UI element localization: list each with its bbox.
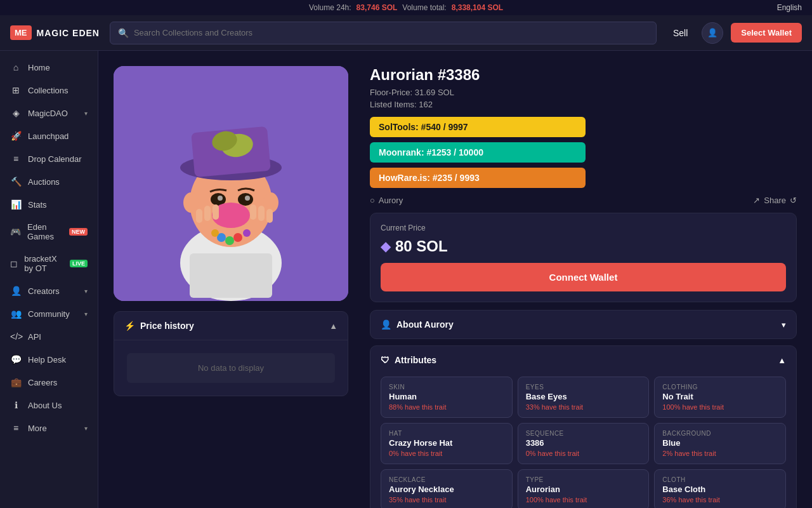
sidebar-item-label: Auctions	[28, 177, 60, 187]
price-section: Current Price ◆ 80 SOL Connect Wallet	[370, 213, 797, 302]
header: ME MAGIC EDEN 🔍 Sell 👤 Select Wallet	[0, 15, 812, 51]
svg-point-12	[218, 196, 223, 201]
howrare-badge: HowRare.is: #235 / 9993	[370, 168, 586, 188]
collection-actions: ○ Aurory ↗ Share ↺	[370, 196, 797, 205]
sidebar-item-drop-calendar[interactable]: ≡ Drop Calendar	[0, 147, 98, 170]
select-wallet-button[interactable]: Select Wallet	[731, 23, 802, 43]
stats-icon: 📊	[10, 199, 22, 210]
shield-icon: 🛡	[381, 355, 390, 365]
attributes-grid: SKIN Human 88% have this trait EYES Base…	[381, 377, 786, 508]
attr-card-sequence: SEQUENCE 3386 0% have this trait	[518, 423, 650, 464]
soltools-badge: SolTools: #540 / 9997	[370, 117, 586, 137]
svg-point-24	[211, 229, 219, 237]
sidebar-item-label: Creators	[28, 286, 60, 296]
share-button[interactable]: ↗ Share ↺	[753, 196, 797, 205]
live-badge: LIVE	[70, 260, 88, 267]
chevron-down-icon: ▾	[782, 320, 786, 330]
sidebar-item-about[interactable]: ℹ About Us	[0, 394, 98, 417]
attr-card-eyes: EYES Base Eyes 33% have this trait	[518, 377, 650, 418]
user-icon-button[interactable]: 👤	[702, 22, 723, 44]
about-icon: ℹ	[10, 400, 22, 410]
launchpad-icon: 🚀	[10, 131, 22, 141]
search-input[interactable]	[134, 28, 648, 37]
new-badge: NEW	[69, 228, 88, 236]
collections-icon: ⊞	[10, 85, 22, 95]
careers-icon: 💼	[10, 377, 22, 387]
language-selector[interactable]: English	[777, 3, 802, 12]
sidebar-item-community[interactable]: 👥 Community ▾	[0, 302, 98, 325]
sidebar-item-api[interactable]: </> API	[0, 325, 98, 348]
search-bar[interactable]: 🔍	[110, 22, 657, 44]
volume-24h-label: Volume 24h:	[309, 3, 351, 12]
sidebar-item-label: Community	[28, 309, 70, 319]
nft-listed-items: Listed Items: 162	[370, 100, 797, 109]
price-history-header[interactable]: ⚡ Price history ▲	[114, 312, 348, 340]
attr-card-type: TYPE Aurorian 100% have this trait	[518, 469, 650, 508]
home-icon: ⌂	[10, 62, 22, 72]
logo[interactable]: ME MAGIC EDEN	[10, 25, 100, 40]
svg-rect-26	[190, 253, 272, 298]
nft-title: Aurorian #3386	[370, 66, 797, 84]
sidebar-item-label: Collections	[28, 86, 69, 95]
sidebar-item-home[interactable]: ⌂ Home	[0, 56, 98, 79]
sell-button[interactable]: Sell	[667, 24, 694, 42]
connect-wallet-button[interactable]: Connect Wallet	[381, 263, 786, 291]
svg-point-13	[245, 196, 250, 201]
sidebar-item-label: More	[28, 424, 47, 433]
attr-card-skin: SKIN Human 88% have this trait	[381, 377, 513, 418]
chevron-up-icon: ▲	[778, 356, 786, 365]
sidebar-item-stats[interactable]: 📊 Stats	[0, 193, 98, 216]
price-display: ◆ 80 SOL	[381, 237, 786, 255]
attr-card-background: BACKGROUND Blue 2% have this trait	[654, 423, 786, 464]
attr-card-cloth: CLOTH Base Cloth 36% have this trait	[654, 469, 786, 508]
sidebar-item-label: Stats	[28, 200, 47, 210]
volume-24h-value: 83,746 SOL	[357, 3, 398, 12]
more-icon: ≡	[10, 423, 22, 433]
magicdao-icon: ◈	[10, 108, 22, 118]
svg-rect-16	[204, 206, 211, 221]
about-aurory-header[interactable]: 👤 About Aurory ▾	[370, 311, 796, 338]
sidebar-item-label: MagicDAO	[28, 109, 68, 118]
top-banner: Volume 24h: 83,746 SOL Volume total: 8,3…	[0, 0, 812, 15]
search-icon: 🔍	[118, 28, 129, 38]
user-icon: 👤	[707, 28, 717, 37]
sidebar-item-label: Eden Games	[27, 222, 63, 241]
sidebar-item-launchpad[interactable]: 🚀 Launchpad	[0, 124, 98, 147]
attr-card-necklace: NECKLACE Aurory Necklace 35% have this t…	[381, 469, 513, 508]
sidebar-item-careers[interactable]: 💼 Careers	[0, 371, 98, 394]
attributes-header[interactable]: 🛡 Attributes ▲	[370, 346, 796, 374]
nft-panel: ⚡ Price history ▲ No data to display	[114, 66, 355, 508]
svg-point-4	[183, 192, 199, 213]
sidebar-item-label: bracketX by OT	[24, 254, 63, 273]
sidebar-item-helpdesk[interactable]: 💬 Help Desk	[0, 348, 98, 371]
sidebar-item-label: Drop Calendar	[28, 154, 82, 164]
community-icon: 👥	[10, 309, 22, 319]
about-aurory-section: 👤 About Aurory ▾	[370, 310, 797, 339]
right-panel: Aurorian #3386 Floor-Price: 31.69 SOL Li…	[370, 66, 797, 508]
attr-card-clothing: CLOTHING No Trait 100% have this trait	[654, 377, 786, 418]
person-icon: 👤	[381, 319, 391, 330]
collapse-icon: ▲	[329, 321, 337, 331]
chevron-icon: ▾	[84, 425, 88, 432]
sidebar-item-label: About Us	[28, 401, 62, 410]
attr-card-hat: HAT Crazy Horse Hat 0% have this trait	[381, 423, 513, 464]
sidebar-item-magicdao[interactable]: ◈ MagicDAO ▾	[0, 102, 98, 124]
price-history-label: Price history	[140, 321, 194, 331]
sidebar-item-label: Careers	[28, 378, 57, 387]
sidebar-item-bracketx[interactable]: ◻ bracketX by OT LIVE	[0, 248, 98, 279]
sidebar-item-auctions[interactable]: 🔨 Auctions	[0, 170, 98, 193]
sidebar-item-collections[interactable]: ⊞ Collections	[0, 79, 98, 102]
sidebar-item-creators[interactable]: 👤 Creators ▾	[0, 279, 98, 302]
nft-floor-price: Floor-Price: 31.69 SOL	[370, 88, 797, 97]
sidebar-item-eden-games[interactable]: 🎮 Eden Games NEW	[0, 216, 98, 248]
nft-image-svg	[114, 66, 348, 301]
header-right: Sell 👤 Select Wallet	[667, 22, 802, 44]
bracketx-icon: ◻	[10, 258, 18, 269]
sidebar-item-label: Help Desk	[28, 355, 66, 364]
page-layout: ⌂ Home ⊞ Collections ◈ MagicDAO ▾ 🚀 Laun…	[0, 51, 812, 508]
collection-link[interactable]: ○ Aurory	[370, 196, 403, 205]
sidebar-item-more[interactable]: ≡ More ▾	[0, 417, 98, 439]
api-icon: </>	[10, 331, 22, 342]
svg-point-22	[225, 236, 234, 245]
attributes-label: Attributes	[395, 355, 436, 365]
